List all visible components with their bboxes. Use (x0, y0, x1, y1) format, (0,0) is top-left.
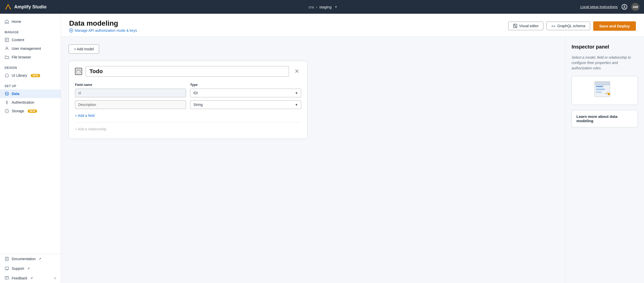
model-name-input[interactable] (86, 66, 289, 77)
add-field-label: + Add a field (75, 114, 95, 118)
field-type-select-id[interactable]: ID! String Int Float Boolean (190, 89, 301, 97)
documentation-icon (5, 257, 9, 261)
svg-point-8 (7, 111, 7, 112)
page-title: Data modeling (69, 19, 137, 27)
svg-point-6 (6, 101, 8, 103)
sidebar-item-data[interactable]: Data (0, 89, 61, 98)
content-label: Content (12, 38, 24, 42)
graphql-label: GraphQL schema (557, 24, 585, 28)
model-type-icon (75, 68, 82, 75)
upload-icon[interactable] (622, 4, 627, 10)
add-field-button[interactable]: + Add a field (75, 112, 95, 119)
svg-marker-4 (5, 74, 9, 77)
ui-library-label: UI Library (12, 73, 27, 77)
app-title: Amplify Studio (14, 4, 47, 10)
sidebar-item-documentation[interactable]: Documentation ↗ (0, 254, 61, 264)
svg-rect-22 (596, 86, 603, 87)
feedback-label: Feedback (12, 276, 27, 280)
documentation-ext-icon: ↗ (39, 257, 41, 261)
sidebar-item-feedback[interactable]: Feedback ↗ < (0, 273, 61, 283)
sidebar-item-support[interactable]: Support ↗ (0, 264, 61, 273)
ui-library-icon (5, 73, 9, 78)
file-browser-icon (5, 55, 9, 59)
user-management-label: User management (12, 46, 41, 51)
design-section-label: Design (0, 66, 61, 71)
learn-more-card[interactable]: Learn more about data modeling (572, 110, 638, 127)
app-logo: Amplify Studio (5, 3, 66, 10)
ui-library-badge: NEW (31, 74, 40, 77)
content-icon (5, 38, 9, 42)
api-auth-link[interactable]: Manage API authorization mode & keys (69, 28, 137, 33)
sidebar-home-section: Home (0, 14, 61, 27)
sidebar-collapse-button[interactable]: < (54, 276, 56, 280)
fields-table: Field name Type ID! String Int (75, 83, 301, 133)
field-type-col-header: Type (190, 83, 301, 87)
sidebar-item-ui-library[interactable]: UI Library NEW (0, 71, 61, 80)
inspector-diagram (572, 76, 638, 105)
documentation-label: Documentation (12, 257, 36, 261)
storage-label: Storage (12, 109, 24, 113)
user-avatar[interactable]: AW (631, 3, 639, 11)
svg-rect-17 (595, 82, 610, 85)
sidebar-item-file-browser[interactable]: File browser (0, 53, 61, 61)
sidebar-item-user-management[interactable]: User management (0, 44, 61, 53)
field-name-input-description[interactable] (75, 100, 186, 109)
support-icon (5, 266, 9, 271)
storage-icon (5, 109, 9, 113)
field-row-description: String ID! Int Float Boolean ▼ (75, 100, 301, 109)
model-card: ✕ Field name Type ID (69, 61, 308, 139)
sidebar-item-authentication[interactable]: Authentication (0, 98, 61, 107)
learn-more-label: Learn more about data modeling (576, 114, 618, 123)
inspector-diagram-svg (593, 80, 616, 101)
inspector-title: Inspector panel (572, 44, 638, 50)
sidebar-item-home[interactable]: Home (0, 17, 61, 26)
support-label: Support (12, 266, 24, 271)
svg-rect-24 (596, 91, 602, 93)
storage-badge: NEW (28, 109, 37, 113)
sidebar-footer: Documentation ↗ Support ↗ Feedback ↗ < (0, 254, 61, 283)
cloud-upload-icon (623, 5, 626, 9)
visual-editor-label: Visual editor (519, 24, 539, 28)
field-name-col-header: Field name (75, 83, 186, 87)
model-close-button[interactable]: ✕ (293, 67, 301, 76)
page-header: Data modeling Manage API authorization m… (61, 14, 644, 37)
topbar-center: cra › staging ▼ (66, 5, 580, 9)
setup-section-label: Set up (0, 84, 61, 89)
sidebar-design-section: Design UI Library NEW (0, 62, 61, 81)
svg-rect-10 (5, 267, 9, 270)
data-label: Data (12, 92, 19, 96)
page-header-right: Visual editor <> GraphQL schema Save and… (508, 21, 636, 31)
local-setup-link[interactable]: Local setup instructions (580, 5, 618, 9)
field-type-wrapper-description: String ID! Int Float Boolean ▼ (190, 100, 301, 109)
add-model-button[interactable]: + Add model (69, 44, 99, 54)
add-relationship-label: + Add a relationship (75, 127, 106, 131)
svg-point-5 (5, 92, 8, 93)
save-deploy-button[interactable]: Save and Deploy (593, 21, 636, 31)
graphql-schema-button[interactable]: <> GraphQL schema (546, 22, 590, 30)
user-management-icon (5, 46, 9, 51)
sidebar-item-content[interactable]: Content (0, 36, 61, 44)
add-relationship-button[interactable]: + Add a relationship (75, 125, 106, 133)
svg-rect-15 (77, 71, 80, 71)
sidebar-setup-section: Set up Data Authentication Storage NEW (0, 81, 61, 116)
field-name-input-id[interactable] (75, 89, 186, 97)
visual-editor-icon (513, 24, 517, 28)
svg-rect-14 (77, 70, 80, 73)
env-dropdown-icon[interactable]: ▼ (335, 5, 338, 8)
field-type-select-description[interactable]: String ID! Int Float Boolean (190, 100, 301, 109)
svg-rect-23 (596, 89, 605, 90)
svg-point-3 (6, 47, 8, 49)
visual-editor-button[interactable]: Visual editor (508, 22, 544, 30)
model-card-header: ✕ (75, 66, 301, 77)
sidebar: Home Manage Content User management (0, 14, 61, 283)
field-type-wrapper-id: ID! String Int Float Boolean ▼ (190, 89, 301, 97)
fields-header: Field name Type (75, 83, 301, 89)
project-name: cra (309, 5, 314, 9)
authentication-label: Authentication (12, 100, 34, 104)
topbar: Amplify Studio cra › staging ▼ Local set… (0, 0, 644, 14)
inspector-panel: Inspector panel Select a model, field or… (565, 37, 644, 283)
support-ext-icon: ↗ (27, 267, 30, 270)
sidebar-item-storage[interactable]: Storage NEW (0, 107, 61, 115)
topbar-right: Local setup instructions AW (580, 3, 639, 11)
file-browser-label: File browser (12, 55, 31, 59)
